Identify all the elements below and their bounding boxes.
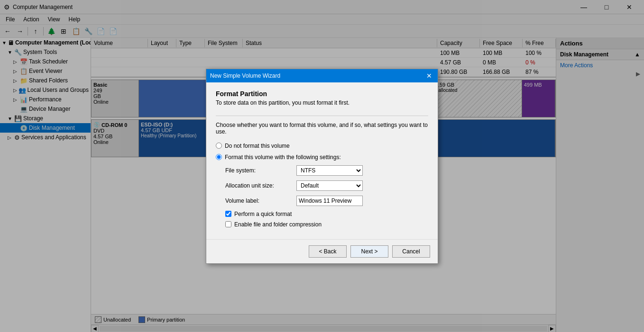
radio-format[interactable]: [216, 154, 222, 160]
checkbox-compression-row: Enable file and folder compression: [216, 221, 428, 228]
volume-label-input[interactable]: [296, 196, 363, 206]
modal-titlebar: New Simple Volume Wizard ✕: [206, 69, 438, 82]
back-button[interactable]: < Back: [309, 245, 347, 258]
radio-no-format-row: Do not format this volume: [216, 143, 428, 149]
form-label-alloc: Allocation unit size:: [225, 182, 296, 189]
modal-divider: [216, 116, 428, 116]
modal-title: New Simple Volume Wizard: [210, 72, 280, 79]
fs-select[interactable]: NTFS: [296, 165, 363, 176]
modal-instruction: Choose whether you want to format this v…: [216, 122, 428, 135]
radio-format-row: Format this volume with the following se…: [216, 154, 428, 161]
quick-format-checkbox[interactable]: [225, 211, 231, 217]
quick-format-label[interactable]: Perform a quick format: [234, 211, 292, 217]
modal-section-title: Format Partition: [216, 90, 428, 98]
modal-dialog: New Simple Volume Wizard ✕ Format Partit…: [206, 69, 438, 264]
modal-close-button[interactable]: ✕: [424, 71, 434, 81]
modal-footer: < Back Next > Cancel: [206, 239, 438, 263]
radio-no-format[interactable]: [216, 143, 222, 149]
alloc-select[interactable]: Default: [296, 180, 363, 191]
cancel-button[interactable]: Cancel: [392, 245, 430, 258]
modal-body: Format Partition To store data on this p…: [206, 82, 438, 239]
form-row-volume-label: Volume label:: [216, 196, 428, 206]
radio-format-label[interactable]: Format this volume with the following se…: [225, 154, 341, 161]
form-label-fs: File system:: [225, 167, 296, 174]
form-row-alloc: Allocation unit size: Default: [216, 180, 428, 191]
modal-overlay: New Simple Volume Wizard ✕ Format Partit…: [0, 0, 644, 332]
radio-no-format-label[interactable]: Do not format this volume: [225, 143, 290, 149]
modal-section-desc: To store data on this partition, you mus…: [216, 99, 428, 106]
form-label-volume: Volume label:: [225, 197, 296, 204]
form-row-fs: File system: NTFS: [216, 165, 428, 176]
compression-checkbox[interactable]: [225, 221, 231, 227]
next-button[interactable]: Next >: [350, 245, 388, 258]
compression-label[interactable]: Enable file and folder compression: [234, 221, 322, 228]
checkbox-quick-format-row: Perform a quick format: [216, 211, 428, 217]
